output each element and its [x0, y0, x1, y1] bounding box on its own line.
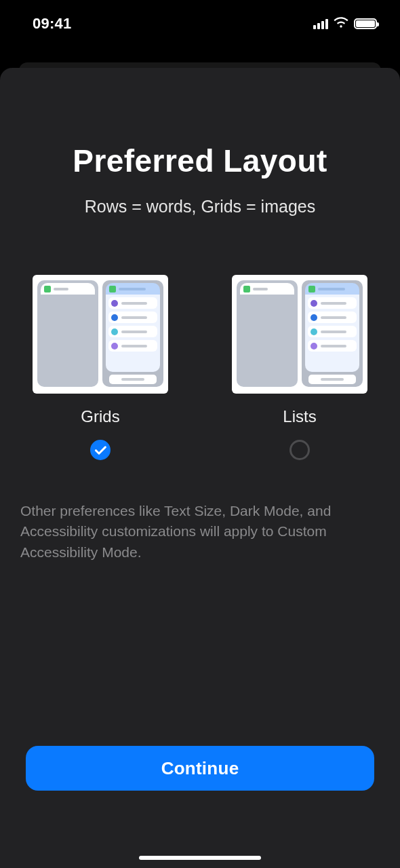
option-label: Grids: [81, 407, 119, 426]
home-indicator[interactable]: [139, 856, 261, 860]
preferred-layout-sheet: Preferred Layout Rows = words, Grids = i…: [0, 68, 400, 868]
option-lists-thumbnail: [232, 275, 367, 394]
preferences-note: Other preferences like Text Size, Dark M…: [19, 501, 381, 563]
layout-options: Grids: [19, 275, 381, 460]
cellular-signal-icon: [313, 18, 328, 29]
radio-unselected-icon: [289, 440, 310, 460]
option-grids-thumbnail: [33, 275, 168, 394]
checkmark-icon: [90, 440, 111, 460]
wifi-icon: [334, 17, 348, 31]
status-time: 09:41: [33, 15, 71, 33]
option-label: Lists: [283, 407, 316, 426]
page-subtitle: Rows = words, Grids = images: [19, 197, 381, 216]
status-icons: [313, 17, 377, 31]
status-bar: 09:41: [0, 0, 400, 37]
continue-button[interactable]: Continue: [26, 746, 374, 791]
battery-icon: [354, 18, 377, 29]
page-title: Preferred Layout: [19, 143, 381, 179]
option-grids[interactable]: Grids: [33, 275, 168, 460]
option-lists[interactable]: Lists: [232, 275, 367, 460]
